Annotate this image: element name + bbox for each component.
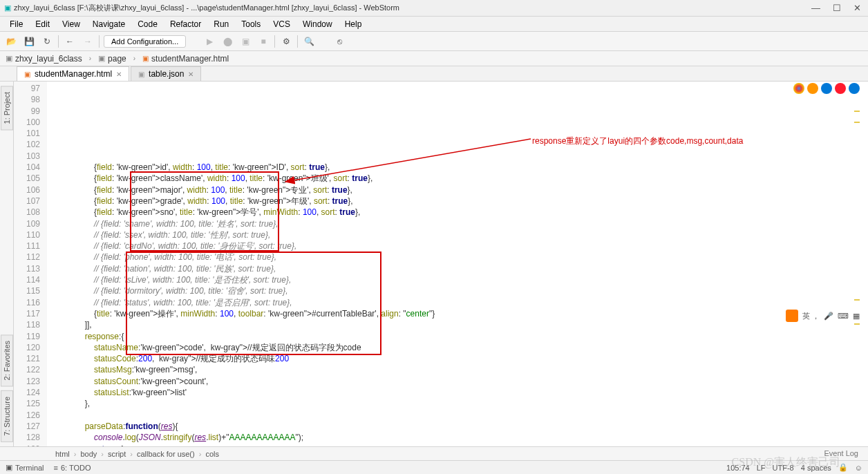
firefox-icon[interactable] [807,83,818,94]
menu-code[interactable]: Code [132,18,163,30]
more-icon[interactable]: ⎋ [332,35,346,48]
side-project[interactable]: 1: Project [1,86,13,130]
maximize-icon[interactable]: ☐ [833,3,841,13]
todo-button[interactable]: ≡6: TODO [54,464,91,472]
chevron-right-icon: › [89,55,91,62]
code-line[interactable]: // {field: 'phone', width: 100, title: '… [66,252,868,263]
inspector-icon[interactable]: ☺ [855,464,862,472]
back-icon[interactable]: ← [63,35,77,48]
coverage-icon: ▣ [238,35,252,48]
window-controls: — ☐ ✕ [811,3,864,13]
html-icon: ▣ [142,55,149,62]
code-line[interactable]: {field: 'kw-green">className', width: 10… [66,173,868,184]
code-line[interactable]: statusList:'kw-green">list' [66,387,868,398]
code-line[interactable]: console.log(JSON.stringify(res.list)+"AA… [66,432,868,443]
menu-edit[interactable]: Edit [30,18,55,30]
nav-breadcrumb: ▣zhxy_layui_6class › ▣page › ▣studentMan… [0,51,868,66]
side-favorites[interactable]: 2: Favorites [1,334,13,386]
nav-file[interactable]: ▣studentManager.html [142,54,229,64]
tab-label: studentManager.html [35,69,112,79]
lock-icon[interactable]: 🔒 [838,463,848,472]
code-line[interactable] [66,410,868,421]
menu-help[interactable]: Help [339,18,368,30]
menu-run[interactable]: Run [208,18,234,30]
config-icon[interactable]: ⚙ [279,35,293,48]
bc-body[interactable]: body [80,450,97,458]
nav-project[interactable]: ▣zhxy_layui_6class [6,54,82,64]
open-icon[interactable]: 📂 [4,35,18,48]
ime-mic-icon[interactable]: 🎤 [824,312,833,321]
separator [297,35,298,48]
code-line[interactable]: {title: 'kw-green">操作', minWidth: 100, t… [66,308,868,319]
code-line[interactable]: // {field: 'cardNo', width: 100, title: … [66,240,868,252]
edge-icon[interactable] [849,83,860,94]
browser-icons [793,83,860,94]
cursor-position: 105:74 [726,464,750,472]
close-icon[interactable]: ✕ [853,3,861,13]
code-line[interactable]: statusName:'kw-green">code', kw-gray">//… [66,342,868,353]
close-tab-icon[interactable]: ✕ [116,70,122,78]
code-line[interactable]: // {field: 'isLive', width: 100, title: … [66,274,868,285]
json-icon: ▣ [138,70,144,78]
separator [99,35,100,48]
search-icon[interactable]: 🔍 [302,35,316,48]
add-configuration-button[interactable]: Add Configuration... [104,35,186,48]
code-line[interactable]: statusCode:200, kw-gray">//规定成功的状态码味200 [66,353,868,364]
code-line[interactable]: {field: 'kw-green">id', width: 100, titl… [66,162,868,173]
run-icon: ▶ [202,35,216,48]
terminal-icon: ▣ [6,463,12,472]
encoding[interactable]: UTF-8 [773,464,794,472]
chrome-icon[interactable] [793,83,804,94]
menu-window[interactable]: Window [297,18,338,30]
menu-refactor[interactable]: Refactor [164,18,207,30]
code-line[interactable]: parseData:function(res){ [66,421,868,432]
menu-file[interactable]: File [4,18,28,30]
safari-icon[interactable] [821,83,832,94]
folder-icon: ▣ [98,54,105,63]
code-line[interactable]: response:{ [66,331,868,342]
bc-script[interactable]: script [108,450,126,458]
code-line[interactable]: {field: 'kw-green">grade', width: 100, t… [66,196,868,207]
ime-grid-icon[interactable]: ▦ [853,312,860,321]
side-structure[interactable]: 7: Structure [1,390,13,442]
indent[interactable]: 4 spaces [801,464,831,472]
code-line[interactable]: {field: 'kw-green">major', width: 100, t… [66,184,868,196]
code-line[interactable]: statusCount:'kw-green">count', [66,376,868,387]
error-stripe[interactable] [854,82,861,446]
refresh-icon[interactable]: ↻ [40,35,54,48]
code-line[interactable]: // {field: 'dormitory', width: 100, titl… [66,285,868,296]
opera-icon[interactable] [835,83,846,94]
bc-cols[interactable]: cols [205,450,219,458]
code-line[interactable]: // {field: 'status', width: 100, title: … [66,297,868,308]
code-area[interactable]: response重新定义了layui的四个参数code,msg,count,da… [47,82,868,446]
line-separator[interactable]: LF [757,464,766,472]
ime-lang[interactable]: 英 ， [802,311,820,321]
code-line[interactable]: {field: 'kw-green">sno', title: 'kw-gree… [66,207,868,218]
bc-html[interactable]: html [55,450,70,458]
sogou-icon[interactable] [786,310,798,322]
save-icon[interactable]: 💾 [22,35,36,48]
tab-tablejson[interactable]: ▣ table.json ✕ [131,66,201,81]
menu-view[interactable]: View [57,18,86,30]
nav-page[interactable]: ▣page [98,54,126,64]
code-line[interactable]: return { [66,444,868,447]
window-title: zhxy_layui_6class [F:\高校讲课\zhxy_layui_6c… [11,3,811,13]
close-tab-icon[interactable]: ✕ [188,70,194,78]
code-line[interactable]: ]], [66,319,868,330]
code-line[interactable]: statusMsg:'kw-green">msg', [66,364,868,375]
event-log-button[interactable]: Event Log [824,449,858,457]
code-line[interactable]: // {field: 'ssex', width: 100, title: '性… [66,229,868,240]
minimize-icon[interactable]: — [811,3,820,13]
status-bar: ▣Terminal ≡6: TODO 105:74 LF UTF-8 4 spa… [0,460,868,474]
ime-keyboard-icon[interactable]: ⌨ [838,312,849,321]
menu-navigate[interactable]: Navigate [87,18,131,30]
code-line[interactable]: }, [66,398,868,409]
code-line[interactable]: // {field: 'nation', width: 100, title: … [66,263,868,274]
terminal-button[interactable]: ▣Terminal [6,463,44,472]
code-editor[interactable]: 9798991001011021031041051061071081091101… [14,82,868,446]
tab-studentmanager[interactable]: ▣ studentManager.html ✕ [17,66,129,81]
code-line[interactable]: // {field: 'sname', width: 100, title: '… [66,218,868,229]
bc-callback[interactable]: callback for use() [137,450,195,458]
menu-vcs[interactable]: VCS [267,18,296,30]
menu-tools[interactable]: Tools [236,18,266,30]
